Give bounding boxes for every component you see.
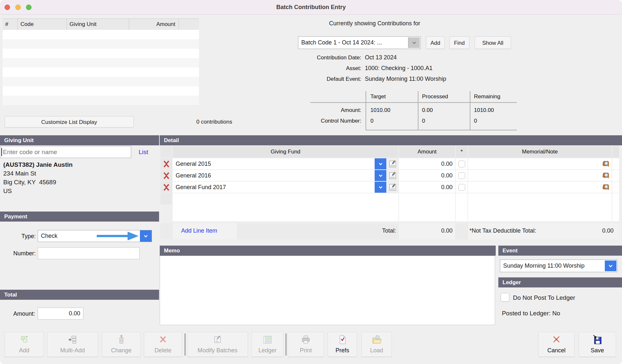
- memorial-note-field[interactable]: [468, 158, 612, 169]
- window-title: Batch Contribution Entry: [0, 0, 622, 15]
- summary-amount-processed: 0.00: [422, 107, 433, 114]
- toolbar-print-button[interactable]: Print: [288, 332, 324, 357]
- not-tax-deductible-checkbox[interactable]: [458, 172, 465, 179]
- toolbar-save-button[interactable]: Save: [578, 332, 616, 357]
- detail-section-header: Detail: [160, 135, 622, 145]
- giving-fund-select[interactable]: General 2016: [173, 170, 386, 181]
- detail-total-label: Total:: [332, 227, 396, 234]
- line-amount-field[interactable]: 0.00: [399, 182, 455, 193]
- giving-fund-select[interactable]: General Fund 2017: [173, 182, 386, 193]
- title-bar: Batch Contribution Entry: [0, 0, 622, 15]
- delete-row-button[interactable]: [160, 170, 172, 181]
- memorial-lookup-icon[interactable]: [602, 160, 610, 169]
- ledger-section-header: Ledger: [498, 277, 622, 287]
- contribution-list-header: # Code Giving Unit Amount: [3, 18, 199, 30]
- column-header-code[interactable]: Code: [18, 19, 67, 30]
- event-section-header: Event: [498, 246, 622, 256]
- customize-list-display-button[interactable]: Customize List Display: [5, 116, 134, 127]
- memorial-lookup-icon[interactable]: [602, 183, 610, 193]
- giving-unit-search-field[interactable]: [0, 146, 131, 158]
- not-tax-deductible-checkbox[interactable]: [458, 184, 465, 191]
- posted-to-ledger-text: Posted to Ledger: No: [502, 310, 560, 317]
- save-icon: [579, 334, 616, 345]
- change-icon: [102, 334, 140, 345]
- default-event-label: Default Event:: [282, 76, 361, 82]
- memorial-note-field[interactable]: [468, 170, 612, 181]
- chevron-down-icon: [375, 158, 386, 169]
- edit-pencil-icon: [389, 183, 397, 191]
- toolbar-cancel-button[interactable]: Cancel: [538, 332, 575, 357]
- toolbar-change-button[interactable]: Change: [102, 332, 141, 357]
- detail-col-amount: Amount: [399, 146, 455, 158]
- edit-fund-button[interactable]: [387, 170, 399, 181]
- do-not-post-checkbox[interactable]: [501, 293, 509, 302]
- memorial-lookup-icon[interactable]: [602, 171, 610, 181]
- toolbar-add-button[interactable]: Add: [5, 332, 44, 357]
- column-header-number[interactable]: #: [3, 19, 18, 30]
- toolbar-load-button[interactable]: Load: [361, 332, 392, 357]
- summary-control-remaining: 0: [474, 118, 477, 124]
- toolbar-delete-button[interactable]: Delete: [144, 332, 182, 357]
- payment-number-field[interactable]: [38, 247, 140, 259]
- default-event-value: Sunday Morning 11:00 Worship: [365, 76, 446, 82]
- memo-section-header: Memo: [160, 246, 496, 256]
- toolbar-separator: [286, 334, 286, 356]
- memo-textarea[interactable]: [160, 256, 495, 325]
- batch-add-button[interactable]: Add: [426, 36, 445, 49]
- list-row: [3, 39, 199, 49]
- giving-unit-name: (AUST382) Janie Austin: [3, 161, 73, 168]
- column-header-amount[interactable]: Amount: [129, 19, 179, 30]
- detail-col-memo: Memorial/Note: [468, 146, 612, 158]
- toolbar-separator: [185, 334, 185, 356]
- line-amount-field[interactable]: 0.00: [399, 158, 455, 169]
- list-row: [3, 58, 199, 67]
- red-x-icon: [163, 184, 170, 191]
- asset-value: 1000: Checking - 1000.A1: [365, 65, 432, 72]
- contribution-date-value: Oct 13 2024: [365, 54, 397, 61]
- edit-fund-button[interactable]: [387, 158, 399, 169]
- total-amount-value: 0.00: [39, 308, 80, 319]
- delete-row-button[interactable]: [160, 158, 172, 169]
- list-row: [3, 96, 199, 105]
- red-x-icon: [163, 160, 170, 168]
- payment-number-input[interactable]: [40, 248, 138, 258]
- batch-select[interactable]: Batch Code 1 - Oct 14 2024: ...: [298, 36, 421, 49]
- toolbar-multi-add-button[interactable]: Multi-Add: [47, 332, 98, 357]
- giving-unit-search-input[interactable]: [2, 147, 130, 157]
- chevron-down-icon: [408, 37, 420, 48]
- giving-unit-address-line3: US: [3, 188, 12, 195]
- giving-unit-list-link[interactable]: List: [139, 149, 148, 156]
- delete-row-button[interactable]: [160, 182, 172, 193]
- event-select[interactable]: Sunday Morning 11:00 Worship: [500, 260, 617, 272]
- batch-find-button[interactable]: Find: [449, 36, 469, 49]
- toolbar-prefs-button[interactable]: Prefs: [328, 332, 357, 357]
- ntd-total-value: 0.00: [560, 227, 614, 234]
- summary-amount-label: Amount:: [282, 107, 361, 114]
- prefs-icon: [328, 334, 357, 345]
- modify-batches-icon: [187, 334, 248, 345]
- add-line-item-link[interactable]: Add Line Item: [181, 227, 217, 234]
- summary-control-label: Control Number:: [282, 118, 361, 124]
- batch-show-all-button[interactable]: Show All: [475, 36, 511, 49]
- batch-select-value: Batch Code 1 - Oct 14 2024: ...: [301, 37, 407, 49]
- line-amount-field[interactable]: 0.00: [399, 170, 455, 181]
- chevron-down-icon: [375, 182, 386, 193]
- toolbar-ledger-button[interactable]: Ledger: [251, 332, 284, 357]
- summary-control-processed: 0: [422, 118, 425, 124]
- list-row: [3, 77, 199, 86]
- not-tax-deductible-checkbox[interactable]: [458, 161, 465, 167]
- giving-unit-address-line2: Big City, KY 45689: [3, 179, 56, 186]
- column-header-giving-unit[interactable]: Giving Unit: [67, 19, 129, 30]
- edit-fund-button[interactable]: [387, 182, 399, 193]
- summary-amount-remaining: 1010.00: [474, 107, 494, 114]
- batch-contribution-entry-window: Batch Contribution Entry # Code Giving U…: [0, 0, 622, 364]
- memorial-note-field[interactable]: [468, 182, 612, 193]
- giving-fund-select[interactable]: General 2015: [173, 158, 386, 169]
- toolbar-modify-batches-button[interactable]: Modify Batches: [187, 332, 248, 357]
- contribution-list-body[interactable]: [3, 30, 199, 105]
- giving-fund-value: General 2016: [173, 170, 386, 181]
- total-amount-field[interactable]: 0.00: [38, 308, 83, 320]
- summary-control-target: 0: [370, 118, 373, 124]
- giving-unit-address-line1: 234 Main St: [3, 170, 36, 177]
- ntd-total-label: *Not Tax Deductible Total:: [469, 227, 536, 234]
